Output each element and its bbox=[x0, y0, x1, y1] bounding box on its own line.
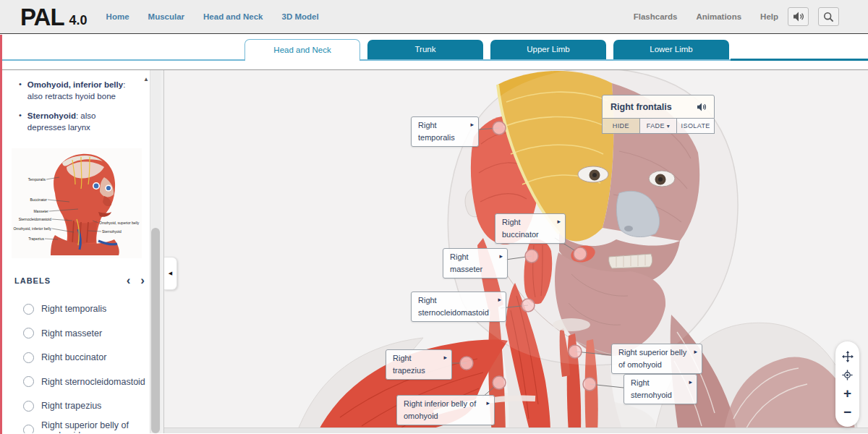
selected-structure-panel: Right frontalis HIDE FADE▾ ISOLATE bbox=[602, 95, 715, 134]
search-button[interactable] bbox=[818, 7, 839, 26]
pin-trapezius[interactable] bbox=[460, 357, 473, 370]
expand-arrow-icon: ▸ bbox=[470, 120, 474, 130]
nav-home[interactable]: Home bbox=[106, 12, 129, 21]
thumb-label-masseter: Masseter bbox=[33, 209, 48, 213]
left-accent-line bbox=[0, 35, 2, 434]
pin-temporalis[interactable] bbox=[493, 122, 506, 135]
nav-flashcards[interactable]: Flashcards bbox=[634, 12, 678, 21]
region-tabs: Head and Neck Trunk Upper Limb Lower Lim… bbox=[0, 34, 868, 61]
app-logo: PAL 4.0 bbox=[20, 5, 88, 29]
horizontal-scrollbar[interactable] bbox=[164, 427, 868, 433]
thumb-label-buccinator: Buccinator bbox=[30, 197, 47, 202]
label-option-text: Right superior belly of omohyoid bbox=[41, 420, 161, 433]
pronounce-speaker-icon[interactable] bbox=[697, 103, 707, 111]
hide-button[interactable]: HIDE bbox=[602, 119, 640, 134]
note-term: Omohyoid, inferior belly bbox=[27, 80, 123, 89]
radio-icon[interactable] bbox=[23, 304, 34, 315]
fade-button[interactable]: FADE▾ bbox=[640, 119, 678, 134]
thumb-label-omohyoid-superior: Omohyoid, superior belly bbox=[99, 221, 140, 225]
tab-upper-limb[interactable]: Upper Limb bbox=[490, 40, 606, 59]
sidebar-scrollbar[interactable] bbox=[150, 70, 161, 433]
nav-head-and-neck[interactable]: Head and Neck bbox=[203, 12, 263, 21]
thumb-label-sternohyoid: Sternohyoid bbox=[102, 229, 122, 234]
pin-superior-omohyoid[interactable] bbox=[569, 345, 582, 358]
zoom-out-button[interactable]: − bbox=[843, 404, 851, 419]
label-option-text: Right masseter bbox=[41, 328, 102, 339]
scroll-up-icon[interactable]: ▲ bbox=[143, 76, 149, 82]
radio-icon[interactable] bbox=[23, 376, 34, 387]
nav-3d-model[interactable]: 3D Model bbox=[282, 12, 319, 21]
pin-masseter[interactable] bbox=[525, 250, 538, 263]
nav-help[interactable]: Help bbox=[760, 12, 778, 21]
pin-buccinator[interactable] bbox=[574, 247, 587, 260]
label-buccinator[interactable]: Right buccinator▸ bbox=[495, 213, 566, 244]
label-option-text: Right temporalis bbox=[41, 304, 106, 314]
labels-title: LABELS bbox=[14, 276, 51, 285]
nav-muscular[interactable]: Muscular bbox=[148, 12, 185, 21]
expand-arrow-icon: ▸ bbox=[557, 217, 561, 227]
pin-sternohyoid[interactable] bbox=[583, 378, 596, 391]
label-option-text: Right sternocleidomastoid bbox=[41, 377, 145, 387]
sidebar-scrollbar-thumb[interactable] bbox=[151, 228, 160, 433]
anatomy-thumbnail: Temporalis Buccinator Masseter Sternocle… bbox=[12, 148, 142, 258]
thumb-label-trapezius: Trapezius bbox=[28, 237, 44, 241]
pin-inferior-omohyoid[interactable] bbox=[493, 376, 506, 389]
tab-trunk[interactable]: Trunk bbox=[367, 40, 483, 59]
label-trapezius[interactable]: Right trapezius▸ bbox=[386, 349, 452, 380]
label-option-trapezius[interactable]: Right trapezius bbox=[0, 393, 161, 418]
note-item: • Sternohyoid: also depresses larynx bbox=[14, 110, 136, 133]
label-masseter[interactable]: Right masseter▸ bbox=[443, 248, 508, 278]
radio-icon[interactable] bbox=[23, 352, 34, 363]
expand-arrow-icon: ▸ bbox=[689, 378, 692, 388]
expand-arrow-icon: ▸ bbox=[486, 399, 490, 409]
label-option-superior-omohyoid[interactable]: Right superior belly of omohyoid bbox=[0, 418, 161, 433]
thumb-label-scm: Sternocleidomastoid bbox=[19, 217, 52, 221]
label-option-sternocleidomastoid[interactable]: Right sternocleidomastoid bbox=[0, 370, 161, 394]
label-superior-omohyoid[interactable]: Right superior belly of omohyoid▸ bbox=[611, 344, 702, 374]
selected-structure-name: Right frontalis bbox=[610, 102, 672, 112]
expand-arrow-icon: ▸ bbox=[499, 252, 503, 262]
radio-icon[interactable] bbox=[23, 328, 34, 339]
bullet-icon: • bbox=[19, 110, 22, 133]
logo-version: 4.0 bbox=[69, 13, 88, 28]
sidebar-collapse-button[interactable]: ◀ bbox=[164, 257, 177, 290]
sidebar: ▲ • Omohyoid, inferior belly: also retra… bbox=[0, 70, 161, 433]
label-inferior-omohyoid[interactable]: Right inferior belly of omohyoid▸ bbox=[396, 395, 495, 425]
tab-head-and-neck[interactable]: Head and Neck bbox=[244, 39, 360, 61]
radio-icon[interactable] bbox=[23, 401, 34, 412]
labels-prev-chevron[interactable]: ‹ bbox=[127, 274, 131, 286]
speaker-icon bbox=[793, 12, 804, 22]
model-viewport[interactable]: ◀ Right frontalis HIDE FADE▾ ISOLATE Rig… bbox=[164, 70, 868, 433]
tab-lower-limb[interactable]: Lower Limb bbox=[613, 40, 729, 59]
isolate-button[interactable]: ISOLATE bbox=[677, 119, 715, 134]
pin-sternocleidomastoid[interactable] bbox=[522, 299, 535, 312]
expand-arrow-icon: ▸ bbox=[498, 295, 501, 305]
pan-icon bbox=[842, 351, 854, 362]
label-temporalis[interactable]: Right temporalis▸ bbox=[411, 116, 479, 147]
anatomy-model[interactable] bbox=[164, 70, 868, 433]
bullet-icon: • bbox=[19, 79, 22, 102]
note-term: Sternohyoid bbox=[27, 111, 76, 120]
nav-animations[interactable]: Animations bbox=[696, 12, 741, 21]
zoom-in-button[interactable]: + bbox=[843, 386, 851, 401]
logo-text: PAL bbox=[20, 5, 64, 29]
expand-arrow-icon: ▸ bbox=[443, 353, 447, 363]
label-option-text: Right buccinator bbox=[41, 352, 106, 362]
fade-caret-icon: ▾ bbox=[667, 123, 670, 129]
tab-underline-right bbox=[731, 59, 868, 61]
label-option-masseter[interactable]: Right masseter bbox=[0, 321, 161, 346]
center-button[interactable] bbox=[842, 367, 853, 382]
expand-arrow-icon: ▸ bbox=[694, 347, 697, 357]
label-sternohyoid[interactable]: Right sternohyoid▸ bbox=[624, 374, 697, 404]
radio-icon[interactable] bbox=[23, 425, 34, 433]
view-toolbar: + − bbox=[835, 341, 859, 427]
labels-next-chevron[interactable]: › bbox=[140, 274, 145, 286]
muscle-notes: ▲ • Omohyoid, inferior belly: also retra… bbox=[0, 70, 161, 133]
top-bar: PAL 4.0 Home Muscular Head and Neck 3D M… bbox=[0, 0, 868, 34]
label-option-temporalis[interactable]: Right temporalis bbox=[0, 297, 161, 321]
pan-button[interactable] bbox=[842, 349, 854, 364]
audio-button[interactable] bbox=[788, 7, 809, 26]
label-sternocleidomastoid[interactable]: Right sternocleidomastoid▸ bbox=[411, 292, 506, 322]
search-icon bbox=[823, 12, 834, 22]
label-option-buccinator[interactable]: Right buccinator bbox=[0, 345, 161, 370]
